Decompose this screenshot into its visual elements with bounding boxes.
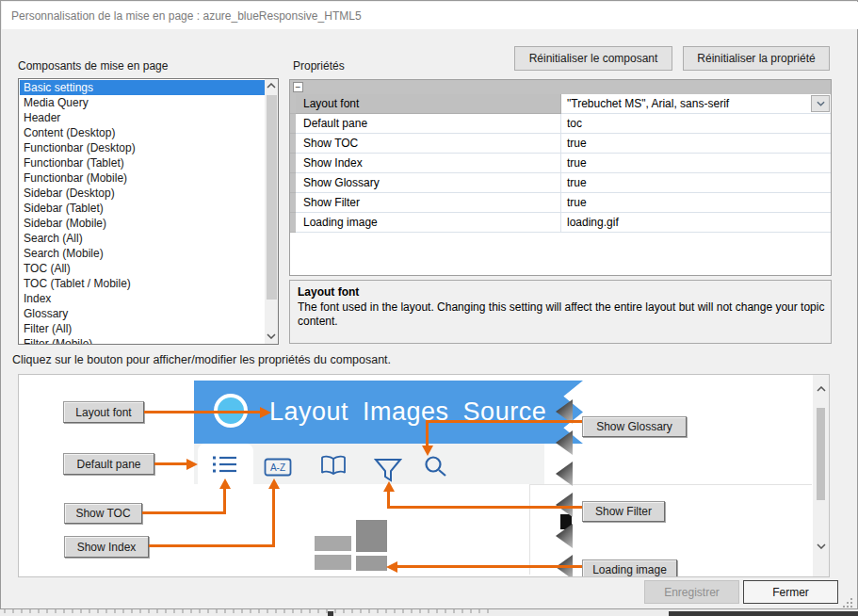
property-value[interactable]: true bbox=[561, 134, 831, 154]
component-list-item[interactable]: Filter (Mobile) bbox=[20, 336, 265, 345]
arrow-show-index bbox=[149, 544, 275, 547]
background-window-mark bbox=[328, 611, 333, 616]
arrow-loading-image bbox=[397, 565, 582, 568]
font-dropdown[interactable] bbox=[811, 95, 830, 112]
arrow-layout-font bbox=[144, 411, 260, 413]
glossary-book-icon bbox=[320, 455, 347, 478]
preview-divider-vertical bbox=[529, 484, 530, 575]
preview-scrollbar-thumb[interactable] bbox=[817, 408, 825, 500]
property-name[interactable]: Layout font bbox=[296, 94, 561, 114]
property-row: Default pane toc bbox=[290, 114, 831, 134]
property-name[interactable]: Default pane bbox=[296, 114, 561, 134]
property-name[interactable]: Show Glossary bbox=[296, 173, 561, 193]
index-icon-text: A-Z bbox=[270, 462, 285, 473]
arrow-head bbox=[422, 446, 433, 456]
scroll-up-icon[interactable] bbox=[817, 386, 826, 392]
loading-image-block bbox=[315, 536, 351, 551]
property-description-box: Layout font The font used in the layout.… bbox=[289, 280, 832, 344]
component-list-item[interactable]: Functionbar (Desktop) bbox=[20, 140, 265, 155]
layout-preview: Layout Images Source A-Z bbox=[18, 374, 830, 577]
arrow-head bbox=[219, 478, 231, 489]
collapse-icon[interactable]: − bbox=[293, 82, 303, 92]
property-row: Show Filter true bbox=[290, 193, 831, 213]
property-row: Show Index true bbox=[290, 154, 831, 173]
reset-property-button[interactable]: Réinitialiser la propriété bbox=[683, 46, 830, 71]
component-list-item[interactable]: Content (Desktop) bbox=[20, 125, 265, 140]
property-value[interactable]: true bbox=[561, 173, 831, 193]
instruction-text: Cliquez sur le bouton pour afficher/modi… bbox=[12, 353, 391, 366]
dialog-title: Personnalisation de la mise en page : az… bbox=[11, 9, 362, 23]
components-panel-label: Composants de mise en page bbox=[18, 59, 168, 73]
property-grid: − Layout font "Trebuchet MS", Arial, san… bbox=[289, 79, 832, 276]
scroll-down-icon[interactable] bbox=[267, 333, 276, 339]
component-list-item[interactable]: Basic settings bbox=[20, 80, 265, 95]
arrow-show-glossary bbox=[428, 420, 582, 423]
arrow-head bbox=[386, 561, 397, 573]
callout-loading-image[interactable]: Loading image bbox=[582, 559, 677, 577]
description-title: Layout font bbox=[298, 285, 359, 299]
property-row: Loading image loading.gif bbox=[290, 213, 831, 233]
callout-show-toc[interactable]: Show TOC bbox=[64, 503, 142, 524]
reset-component-button[interactable]: Réinitialiser le composant bbox=[514, 46, 672, 71]
loading-image-block bbox=[356, 520, 387, 552]
properties-panel-label: Propriétés bbox=[293, 59, 345, 73]
property-row: Layout font "Trebuchet MS", Arial, sans-… bbox=[290, 94, 831, 114]
resize-grip[interactable] bbox=[839, 598, 854, 610]
loading-image-block bbox=[356, 556, 387, 571]
search-icon bbox=[424, 455, 448, 478]
index-az-icon: A-Z bbox=[264, 458, 292, 477]
components-listbox[interactable]: Basic settings Media Query Header Conten… bbox=[18, 78, 279, 345]
component-list-item[interactable]: Header bbox=[20, 110, 265, 125]
callout-show-index[interactable]: Show Index bbox=[64, 536, 149, 558]
scroll-up-icon[interactable] bbox=[267, 83, 276, 89]
component-list-item[interactable]: Media Query bbox=[20, 95, 265, 110]
chevron-down-icon bbox=[817, 101, 825, 106]
close-button[interactable]: Fermer bbox=[743, 580, 838, 604]
component-list-item[interactable]: Search (Mobile) bbox=[20, 246, 265, 261]
component-list-item[interactable]: Functionbar (Tablet) bbox=[20, 155, 265, 170]
list-scrollbar-thumb[interactable] bbox=[267, 95, 277, 300]
arrow-show-toc bbox=[142, 511, 226, 514]
callout-default-pane[interactable]: Default pane bbox=[63, 453, 154, 475]
component-list-item[interactable]: Sidebar (Mobile) bbox=[20, 216, 265, 231]
property-value-text: "Trebuchet MS", Arial, sans-serif bbox=[567, 97, 729, 110]
arrow-show-index bbox=[272, 488, 275, 547]
property-name[interactable]: Show TOC bbox=[296, 134, 561, 154]
property-value[interactable]: true bbox=[561, 193, 831, 213]
property-name[interactable]: Show Filter bbox=[296, 193, 561, 213]
property-name[interactable]: Show Index bbox=[296, 154, 561, 173]
component-list-item[interactable]: TOC (Tablet / Mobile) bbox=[20, 276, 265, 291]
description-text: The font used in the layout. Changing th… bbox=[298, 300, 825, 329]
filter-funnel-icon bbox=[374, 458, 402, 482]
component-list-item[interactable]: Functionbar (Mobile) bbox=[20, 170, 265, 186]
property-grid-group-header[interactable]: − bbox=[290, 80, 831, 94]
component-list-item[interactable]: Sidebar (Tablet) bbox=[20, 201, 265, 216]
loading-image-block bbox=[315, 555, 351, 570]
callout-show-glossary[interactable]: Show Glossary bbox=[582, 416, 687, 437]
property-name[interactable]: Loading image bbox=[296, 213, 561, 233]
collapse-chevron-icon bbox=[556, 462, 573, 486]
arrow-default-pane bbox=[154, 462, 186, 465]
arrow-head bbox=[186, 459, 198, 470]
property-value[interactable]: loading.gif bbox=[561, 213, 831, 233]
background-window-dark-band bbox=[669, 611, 858, 616]
save-button[interactable]: Enregistrer bbox=[644, 580, 739, 604]
screen: Personnalisation de la mise en page : az… bbox=[0, 0, 858, 616]
list-scrollbar[interactable] bbox=[265, 79, 278, 344]
component-list-item[interactable]: Sidebar (Desktop) bbox=[20, 186, 265, 201]
preview-scrollbar[interactable] bbox=[813, 375, 829, 576]
callout-layout-font[interactable]: Layout font bbox=[63, 401, 144, 423]
callout-show-filter[interactable]: Show Filter bbox=[582, 501, 665, 522]
property-value[interactable]: true bbox=[561, 154, 831, 173]
arrow-show-filter bbox=[387, 506, 582, 509]
property-row: Show Glossary true bbox=[290, 173, 831, 193]
property-value[interactable]: toc bbox=[561, 114, 831, 134]
property-value[interactable]: "Trebuchet MS", Arial, sans-serif bbox=[561, 94, 831, 114]
dialog-titlebar[interactable]: Personnalisation de la mise en page : az… bbox=[2, 2, 858, 29]
component-list-item[interactable]: Glossary bbox=[20, 306, 265, 321]
component-list-item[interactable]: TOC (All) bbox=[20, 261, 265, 276]
component-list-item[interactable]: Filter (All) bbox=[20, 321, 265, 336]
scroll-down-icon[interactable] bbox=[817, 543, 826, 549]
component-list-item[interactable]: Index bbox=[20, 291, 265, 306]
component-list-item[interactable]: Search (All) bbox=[20, 231, 265, 246]
